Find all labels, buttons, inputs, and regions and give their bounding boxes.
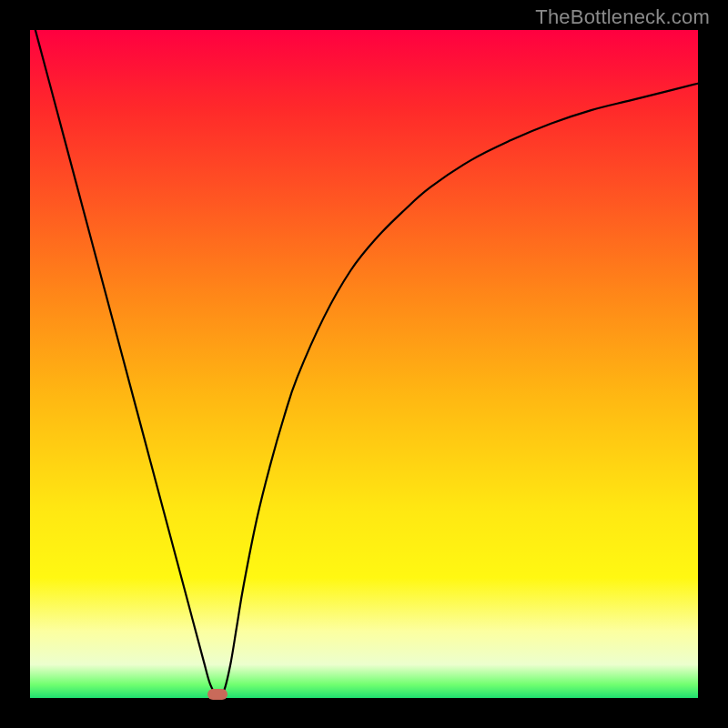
minimum-marker (207, 689, 228, 700)
watermark-text: TheBottleneck.com (535, 5, 710, 29)
chart-container: TheBottleneck.com (0, 0, 728, 728)
plot-area (30, 30, 698, 698)
bottleneck-curve (30, 30, 698, 698)
